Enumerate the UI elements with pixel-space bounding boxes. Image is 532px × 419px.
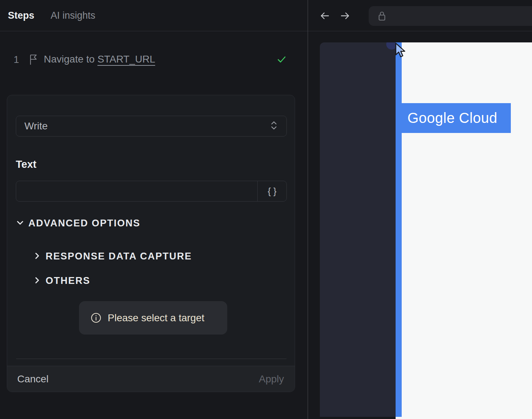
step-action-text: Navigate to — [44, 54, 95, 65]
step-title[interactable]: Navigate to START_URL — [44, 54, 155, 65]
target-highlight-stripe — [396, 42, 402, 417]
text-input-group: { } — [16, 181, 287, 202]
info-icon — [90, 312, 102, 323]
webpage-content-area[interactable] — [396, 42, 532, 419]
webpage-dark-sidebar[interactable] — [320, 42, 396, 417]
chevron-right-icon — [33, 276, 41, 286]
editor-footer: Cancel Apply — [7, 366, 295, 392]
section-others[interactable]: OTHERS — [33, 275, 90, 286]
unfold-chevrons-icon — [270, 120, 278, 132]
action-type-value: Write — [24, 120, 48, 132]
advanced-options-label: ADVANCED OPTIONS — [28, 218, 140, 229]
card-divider — [16, 359, 286, 359]
step-target-link[interactable]: START_URL — [97, 54, 155, 65]
action-type-select[interactable]: Write — [16, 116, 287, 137]
highlighted-element-label: Google Cloud — [407, 110, 498, 126]
select-target-tooltip: Please select a target — [79, 301, 227, 335]
section-label: RESPONSE DATA CAPTURE — [46, 251, 192, 262]
advanced-options-toggle[interactable]: ADVANCED OPTIONS — [16, 218, 140, 229]
browser-url-bar[interactable] — [369, 6, 532, 26]
lock-icon — [377, 10, 387, 22]
top-header: Steps AI insights — [0, 0, 532, 31]
flag-icon — [29, 54, 38, 67]
chevron-right-icon — [33, 252, 41, 262]
check-success-icon — [275, 53, 288, 67]
arrow-right-icon — [340, 10, 350, 22]
step-editor-card: Write Text { } ADVANCED OPTIONS — [7, 95, 295, 392]
section-label: OTHERS — [46, 275, 90, 286]
tab-steps[interactable]: Steps — [8, 10, 34, 21]
chevron-down-icon — [16, 218, 24, 229]
apply-button[interactable]: Apply — [257, 373, 286, 385]
insert-variable-button[interactable]: { } — [257, 181, 286, 201]
step-number: 1 — [14, 54, 19, 65]
browser-back-button[interactable] — [319, 10, 330, 22]
panel-divider[interactable] — [308, 0, 308, 419]
app-window: Steps AI insights — [0, 0, 532, 419]
arrow-left-icon — [319, 10, 330, 22]
mouse-cursor-icon — [395, 42, 406, 60]
section-response-data-capture[interactable]: RESPONSE DATA CAPTURE — [33, 251, 192, 262]
tab-ai-insights[interactable]: AI insights — [51, 10, 95, 21]
browser-forward-button[interactable] — [340, 10, 350, 22]
browser-viewport[interactable]: Google Cloud — [320, 42, 532, 419]
text-field-label: Text — [16, 158, 36, 170]
cancel-button[interactable]: Cancel — [15, 373, 51, 385]
text-input[interactable] — [16, 181, 257, 201]
target-highlight-box[interactable]: Google Cloud — [396, 103, 511, 133]
tooltip-text: Please select a target — [108, 312, 204, 324]
